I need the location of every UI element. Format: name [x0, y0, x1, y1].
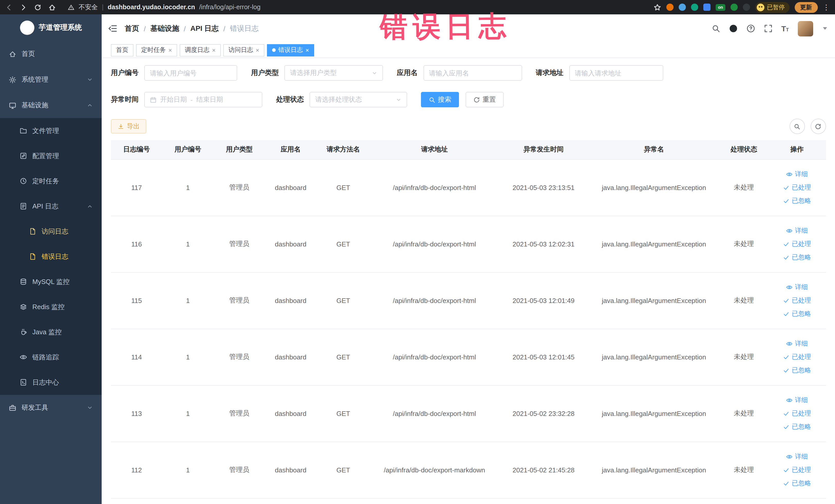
export-button[interactable]: 导出 [111, 119, 146, 134]
request-url-input[interactable] [569, 65, 663, 81]
tab-error-log[interactable]: 错误日志× [267, 44, 314, 56]
action-processed[interactable]: 已处理 [768, 181, 826, 194]
action-processed[interactable]: 已处理 [768, 350, 826, 364]
cell-id: 117 [111, 159, 162, 216]
address-bar[interactable]: 不安全 | dashboard.yudao.iocoder.cn /infra/… [68, 3, 647, 12]
sidebar-item-access-log[interactable]: 访问日志 [0, 219, 102, 244]
sidebar-item-error-log[interactable]: 错误日志 [0, 244, 102, 269]
sidebar-item-file-manage[interactable]: 文件管理 [0, 118, 102, 143]
cell-status: 未处理 [719, 159, 768, 216]
tab-scheduled-jobs[interactable]: 定时任务× [136, 44, 177, 56]
close-icon[interactable]: × [212, 47, 216, 53]
action-ignored[interactable]: 已忽略 [768, 194, 826, 207]
user-type-select[interactable]: 请选择用户类型 [284, 65, 383, 81]
home-icon[interactable] [48, 3, 56, 11]
cell-method: GET [316, 329, 370, 385]
clock-icon [20, 177, 27, 185]
cell-user_type: 管理员 [213, 329, 265, 385]
sidebar-item-java-monitor[interactable]: Java 监控 [0, 319, 102, 345]
action-detail[interactable]: 详细 [768, 394, 826, 407]
chrome-update-button[interactable]: 更新 [794, 2, 817, 13]
chrome-menu-icon[interactable]: ⋮ [823, 4, 830, 11]
extension-icon-teal[interactable] [691, 4, 698, 11]
action-ignored[interactable]: 已忽略 [768, 477, 826, 490]
github-icon[interactable] [729, 24, 738, 33]
exception-time-range-picker[interactable]: 开始日期 - 结束日期 [144, 92, 262, 107]
sidebar-item-config-manage[interactable]: 配置管理 [0, 143, 102, 168]
sidebar-item-system[interactable]: 系统管理 [0, 67, 102, 93]
help-icon[interactable] [747, 24, 755, 33]
action-ignored[interactable]: 已忽略 [768, 250, 826, 264]
action-processed[interactable]: 已处理 [768, 237, 826, 250]
font-size-icon[interactable]: TT [781, 25, 789, 32]
check-icon [783, 198, 790, 204]
sidebar-item-dev-tools[interactable]: 研发工具 [0, 395, 102, 421]
breadcrumb-item[interactable]: 首页 [125, 24, 139, 33]
sidebar-submenu-infra: 文件管理 配置管理 定时任务 API 日志 访问日志 [0, 118, 102, 395]
url-domain[interactable]: dashboard.yudao.iocoder.cn [108, 4, 195, 11]
close-icon[interactable]: × [168, 47, 172, 53]
col-status: 处理状态 [719, 140, 768, 159]
action-processed[interactable]: 已处理 [768, 294, 826, 307]
user-avatar[interactable] [797, 21, 813, 36]
sidebar-item-infra[interactable]: 基础设施 [0, 93, 102, 118]
breadcrumb-item[interactable]: 基础设施 [150, 24, 179, 33]
action-detail[interactable]: 详细 [768, 450, 826, 463]
extension-icon-on-badge[interactable]: on [716, 4, 726, 11]
active-dot-icon [272, 48, 276, 52]
cell-method: GET [316, 216, 370, 272]
cell-id: 113 [111, 385, 162, 442]
tab-schedule-log[interactable]: 调度日志× [180, 44, 221, 56]
action-detail[interactable]: 详细 [768, 224, 826, 237]
toggle-search-button[interactable] [789, 119, 805, 134]
avatar-caret-icon[interactable] [823, 27, 827, 30]
eye-icon [786, 340, 793, 347]
bookmark-star-icon[interactable] [653, 3, 661, 11]
cell-actions: 详细 已处理 已忽略 [768, 329, 826, 385]
sidebar-item-scheduled-jobs[interactable]: 定时任务 [0, 168, 102, 194]
close-icon[interactable]: × [256, 47, 259, 53]
back-icon[interactable] [5, 3, 13, 11]
action-detail[interactable]: 详细 [768, 167, 826, 181]
search-button[interactable]: 搜索 [421, 92, 459, 107]
user-id-input[interactable] [144, 65, 237, 81]
reload-icon[interactable] [34, 3, 42, 11]
cell-url: /api/infra/db-doc/export-html [370, 385, 498, 442]
eye-icon [20, 353, 27, 361]
sidebar-item-mysql-monitor[interactable]: MySQL 监控 [0, 269, 102, 294]
reset-button[interactable]: 重置 [466, 92, 504, 107]
fullscreen-icon[interactable] [764, 24, 773, 33]
sidebar-item-redis-monitor[interactable]: Redis 监控 [0, 294, 102, 319]
action-ignored[interactable]: 已忽略 [768, 364, 826, 377]
profile-paused-badge[interactable]: 已暂停 [755, 2, 789, 13]
refresh-table-button[interactable] [810, 119, 826, 134]
search-icon[interactable] [712, 24, 720, 33]
extension-icon-blue-drop[interactable] [679, 4, 686, 11]
action-ignored[interactable]: 已忽略 [768, 307, 826, 320]
action-processed[interactable]: 已处理 [768, 463, 826, 477]
action-processed[interactable]: 已处理 [768, 407, 826, 420]
url-path[interactable]: /infra/log/api-error-log [199, 4, 261, 11]
extension-icon-grid[interactable] [703, 4, 711, 11]
breadcrumb-item[interactable]: API 日志 [190, 24, 219, 33]
tab-access-log[interactable]: 访问日志× [223, 44, 264, 56]
extension-icon-green[interactable] [731, 4, 738, 11]
security-label[interactable]: 不安全 [79, 3, 98, 12]
tab-home[interactable]: 首页 [111, 44, 134, 56]
sidebar-fold-icon[interactable] [108, 24, 118, 33]
sidebar-item-log-center[interactable]: 日志中心 [0, 370, 102, 395]
action-detail[interactable]: 详细 [768, 337, 826, 350]
action-detail[interactable]: 详细 [768, 280, 826, 294]
cell-status: 未处理 [719, 442, 768, 498]
forward-icon[interactable] [20, 3, 27, 11]
action-ignored[interactable]: 已忽略 [768, 420, 826, 434]
exception-time-label: 异常时间 [111, 95, 139, 104]
sidebar-item-home[interactable]: 首页 [0, 41, 102, 67]
close-icon[interactable]: × [305, 47, 309, 53]
extension-icon-orange[interactable] [666, 4, 674, 11]
extension-icon-dark[interactable] [743, 4, 750, 11]
sidebar-item-api-log[interactable]: API 日志 [0, 194, 102, 219]
process-status-select[interactable]: 请选择处理状态 [309, 92, 407, 107]
app-name-input[interactable] [423, 65, 522, 81]
sidebar-item-trace[interactable]: 链路追踪 [0, 345, 102, 370]
